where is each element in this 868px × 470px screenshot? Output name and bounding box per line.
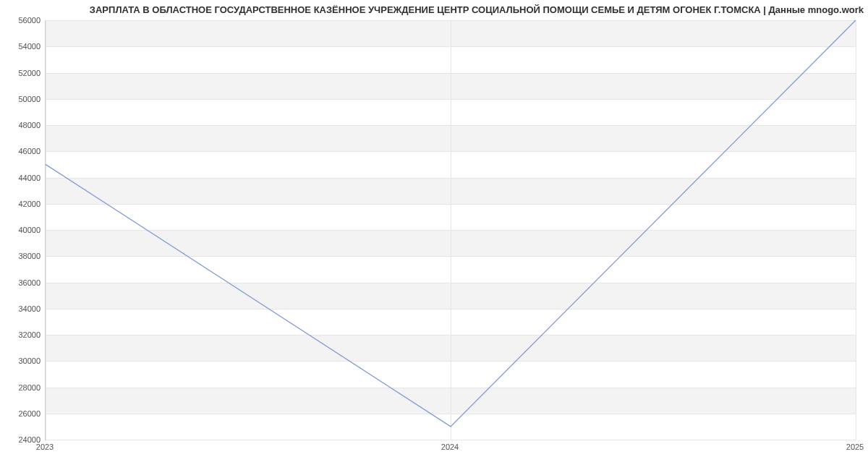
y-tick-label: 52000 bbox=[4, 69, 41, 77]
x-tick-label: 2024 bbox=[441, 443, 459, 451]
plot-area bbox=[45, 20, 856, 440]
y-tick-label: 46000 bbox=[4, 147, 41, 155]
y-tick-label: 38000 bbox=[4, 252, 41, 260]
y-tick-label: 44000 bbox=[4, 174, 41, 182]
y-tick-label: 48000 bbox=[4, 121, 41, 129]
y-tick-label: 32000 bbox=[4, 330, 41, 339]
y-tick-label: 56000 bbox=[4, 16, 41, 25]
y-tick-label: 30000 bbox=[4, 356, 41, 365]
y-tick-label: 42000 bbox=[4, 200, 41, 208]
y-tick-label: 24000 bbox=[4, 435, 41, 444]
y-tick-label: 26000 bbox=[4, 409, 41, 418]
line-layer bbox=[46, 20, 856, 440]
y-tick-label: 36000 bbox=[4, 278, 41, 287]
y-tick-label: 40000 bbox=[4, 226, 41, 234]
y-tick-label: 50000 bbox=[4, 95, 41, 103]
y-tick-label: 28000 bbox=[4, 383, 41, 392]
y-tick-label: 54000 bbox=[4, 42, 41, 51]
chart-title: ЗАРПЛАТА В ОБЛАСТНОЕ ГОСУДАРСТВЕННОЕ КАЗ… bbox=[0, 4, 864, 15]
grid-line-v bbox=[856, 20, 856, 440]
chart-container: ЗАРПЛАТА В ОБЛАСТНОЕ ГОСУДАРСТВЕННОЕ КАЗ… bbox=[0, 0, 868, 470]
x-tick-label: 2025 bbox=[846, 443, 864, 451]
grid-line-h bbox=[46, 440, 856, 440]
x-tick-label: 2023 bbox=[36, 443, 54, 451]
y-tick-label: 34000 bbox=[4, 304, 41, 313]
series-line bbox=[46, 20, 856, 427]
